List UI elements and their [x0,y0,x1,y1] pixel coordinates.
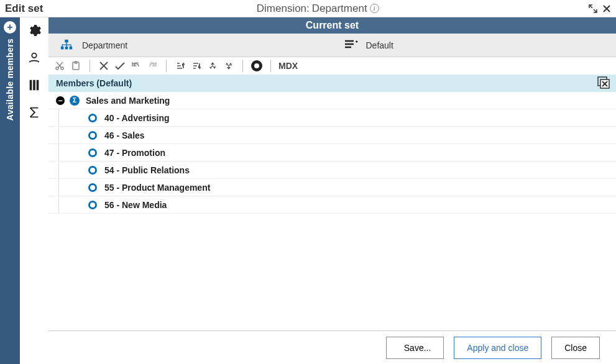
mdx-button[interactable]: MDX [278,61,298,71]
svg-point-10 [61,67,63,70]
members-header-text: Members (Default) [56,78,132,88]
close-icon[interactable] [601,3,612,14]
dimension-name: Department [312,2,367,15]
subset-icon [344,39,357,52]
tree-indent [58,179,88,196]
tree-row-child[interactable]: 54 - Public Relations [48,162,616,179]
svg-rect-5 [61,46,64,49]
expand-icon[interactable] [587,3,599,14]
tree-row-child[interactable]: 40 - Advertising [48,109,616,127]
leaf-icon [88,201,97,209]
hide-panel-icon[interactable] [597,76,611,91]
toolbar-separator [242,60,243,72]
leaf-icon [88,131,97,140]
svg-rect-3 [37,80,39,91]
remove-icon[interactable] [98,60,110,72]
available-members-label: Available members [5,39,15,121]
hierarchy-label: Department [82,40,127,50]
members-toolbar: MDX [48,57,616,75]
member-label: 47 - Promotion [104,148,165,158]
svg-rect-7 [70,46,73,49]
svg-rect-4 [65,39,68,42]
dimension-prefix: Dimension: [257,2,310,15]
leaf-icon [88,166,97,175]
leaf-icon [88,183,97,192]
dialog-subtitle: Dimension: Department i [48,2,587,15]
member-label: 54 - Public Relations [104,165,190,175]
available-members-rail[interactable]: + Available members [0,17,20,364]
sigma-icon[interactable] [25,103,44,122]
add-members-icon[interactable]: + [4,21,16,34]
member-label: 56 - New Media [104,200,167,210]
collapse-tree-icon[interactable] [223,60,235,72]
save-button[interactable]: Save... [386,337,444,359]
columns-icon[interactable] [25,76,44,94]
tree-row-child[interactable]: 47 - Promotion [48,144,616,162]
gear-icon[interactable] [25,21,44,40]
tree-row-child[interactable]: 55 - Product Management [48,179,616,196]
close-label: Close [564,343,587,353]
info-icon[interactable]: i [370,4,379,13]
member-label: 46 - Sales [104,130,145,140]
main-panel: Current set Department Default [48,17,616,364]
tree-indent [58,162,88,178]
user-icon[interactable] [25,48,44,67]
collapse-icon[interactable]: − [56,96,65,105]
undo-icon[interactable] [130,60,142,72]
tree-row-child[interactable]: 46 - Sales [48,127,616,144]
subset-selector[interactable]: Default [333,34,617,57]
leaf-icon [88,114,97,122]
tree-indent [58,196,88,213]
current-set-heading: Current set [48,17,616,34]
members-header: Members (Default) [48,75,616,92]
hierarchy-selector[interactable]: Department [48,34,333,57]
toolbar-separator [166,60,167,72]
svg-point-0 [32,53,36,58]
paste-icon[interactable] [70,60,82,72]
leaf-icon [88,148,97,157]
member-label: 55 - Product Management [104,183,210,193]
dialog-title: Edit set [0,0,48,17]
svg-rect-6 [65,46,68,49]
member-label: 40 - Advertising [104,113,170,123]
expand-tree-icon[interactable] [206,60,219,72]
titlebar-controls [587,3,616,14]
footer: Save... Apply and close Close [48,330,616,364]
selector-row: Department Default [48,34,616,57]
svg-point-9 [56,67,58,70]
subset-label: Default [366,40,393,50]
hierarchy-icon [60,39,73,52]
toolbar-separator [270,60,271,72]
cut-icon[interactable] [53,60,66,72]
save-label: Save... [404,343,431,353]
tree-indent [58,144,88,161]
redo-icon[interactable] [146,60,159,72]
toolbar-separator [90,60,90,72]
members-tree: − Σ Sales and Marketing 40 - Advertising… [48,92,616,214]
svg-rect-2 [33,80,35,91]
close-button[interactable]: Close [551,337,600,359]
tree-indent [58,109,88,126]
titlebar: Edit set Dimension: Department i [0,0,616,17]
tree-indent [58,127,88,143]
tree-row-child[interactable]: 56 - New Media [48,196,616,214]
apply-and-close-button[interactable]: Apply and close [454,337,541,359]
consolidation-icon: Σ [70,96,80,106]
member-label: Sales and Marketing [86,96,170,106]
sort-asc-icon[interactable] [174,60,186,72]
spacer [48,214,616,330]
apply-label: Apply and close [467,343,528,353]
keep-icon[interactable] [114,60,126,72]
svg-rect-1 [30,80,32,91]
sort-desc-icon[interactable] [190,60,203,72]
tree-row-parent[interactable]: − Σ Sales and Marketing [48,92,616,109]
edit-set-dialog: Edit set Dimension: Department i + Avail… [0,0,616,364]
target-icon[interactable] [251,60,263,72]
side-tool-column [20,17,48,364]
